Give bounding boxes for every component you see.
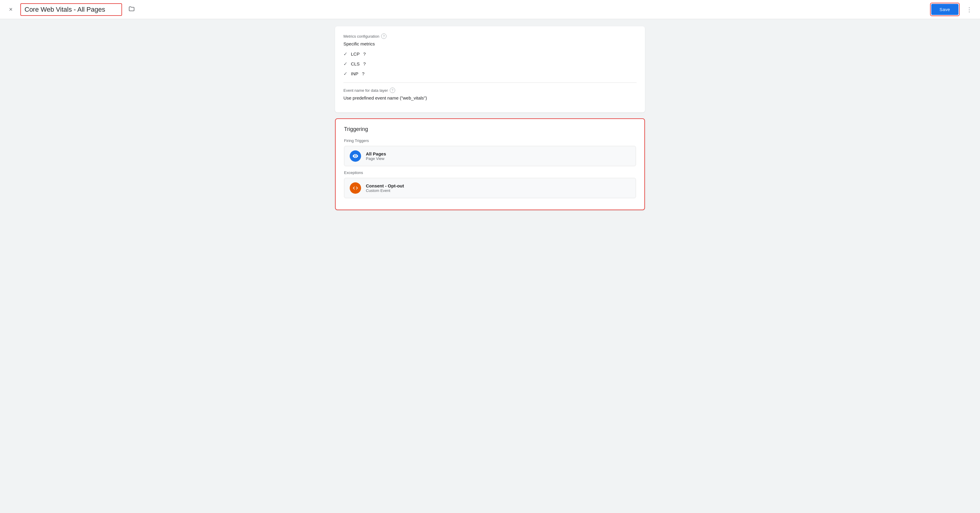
cls-check-icon: ✓: [344, 61, 347, 67]
metrics-list: ✓ LCP ? ✓ CLS ? ✓ INP ?: [344, 51, 636, 76]
lcp-help-icon[interactable]: ?: [363, 51, 366, 57]
close-icon: ×: [9, 6, 13, 13]
header: × Core Web Vitals - All Pages Save ⋮: [0, 0, 980, 19]
more-options-button[interactable]: ⋮: [963, 3, 975, 16]
firing-triggers-section: Firing Triggers All Pages Page View: [344, 138, 636, 166]
metric-item-cls: ✓ CLS ?: [344, 61, 636, 67]
consent-trigger-info: Consent - Opt-out Custom Event: [366, 183, 404, 193]
save-button[interactable]: Save: [931, 4, 958, 15]
metric-item-inp: ✓ INP ?: [344, 71, 636, 76]
cls-help-icon[interactable]: ?: [363, 61, 366, 67]
event-name-help-icon[interactable]: ?: [390, 87, 395, 93]
all-pages-trigger[interactable]: All Pages Page View: [344, 146, 636, 166]
folder-button[interactable]: [126, 3, 138, 16]
folder-icon: [128, 5, 135, 13]
exceptions-label: Exceptions: [344, 170, 636, 175]
consent-trigger-type: Custom Event: [366, 188, 404, 193]
consent-trigger-name: Consent - Opt-out: [366, 183, 404, 188]
all-pages-trigger-name: All Pages: [366, 151, 386, 156]
triggering-card: Triggering Firing Triggers All Pages Pag…: [335, 118, 645, 210]
exceptions-section: Exceptions Consent - Opt-out Custom Even…: [344, 170, 636, 198]
consent-optout-trigger[interactable]: Consent - Opt-out Custom Event: [344, 178, 636, 198]
main-content: Metrics configuration ? Specific metrics…: [326, 19, 654, 513]
metrics-config-card: Metrics configuration ? Specific metrics…: [335, 26, 645, 113]
all-pages-trigger-icon: [350, 150, 361, 162]
close-button[interactable]: ×: [5, 3, 17, 16]
event-name-value: Use predefined event name ("web_vitals"): [344, 95, 636, 100]
consent-trigger-icon: [350, 183, 361, 194]
all-pages-trigger-type: Page View: [366, 156, 386, 161]
triggering-title: Triggering: [344, 126, 636, 132]
inp-check-icon: ✓: [344, 71, 347, 76]
metric-item-lcp: ✓ LCP ?: [344, 51, 636, 57]
firing-triggers-label: Firing Triggers: [344, 138, 636, 143]
metrics-config-label: Metrics configuration ?: [344, 33, 636, 39]
inp-help-icon[interactable]: ?: [362, 71, 364, 76]
specific-metrics-value: Specific metrics: [344, 41, 636, 46]
lcp-name: LCP: [351, 51, 360, 57]
inp-name: INP: [351, 71, 358, 76]
more-icon: ⋮: [966, 6, 972, 13]
all-pages-trigger-info: All Pages Page View: [366, 151, 386, 161]
page-title: Core Web Vitals - All Pages: [20, 3, 122, 16]
lcp-check-icon: ✓: [344, 51, 347, 57]
save-button-wrapper: Save: [930, 3, 960, 16]
metrics-config-help-icon[interactable]: ?: [381, 33, 387, 39]
code-icon: [352, 185, 358, 191]
cls-name: CLS: [351, 61, 360, 67]
eye-icon: [352, 153, 358, 159]
event-name-label: Event name for data layer ?: [344, 87, 636, 93]
divider: [344, 83, 636, 83]
